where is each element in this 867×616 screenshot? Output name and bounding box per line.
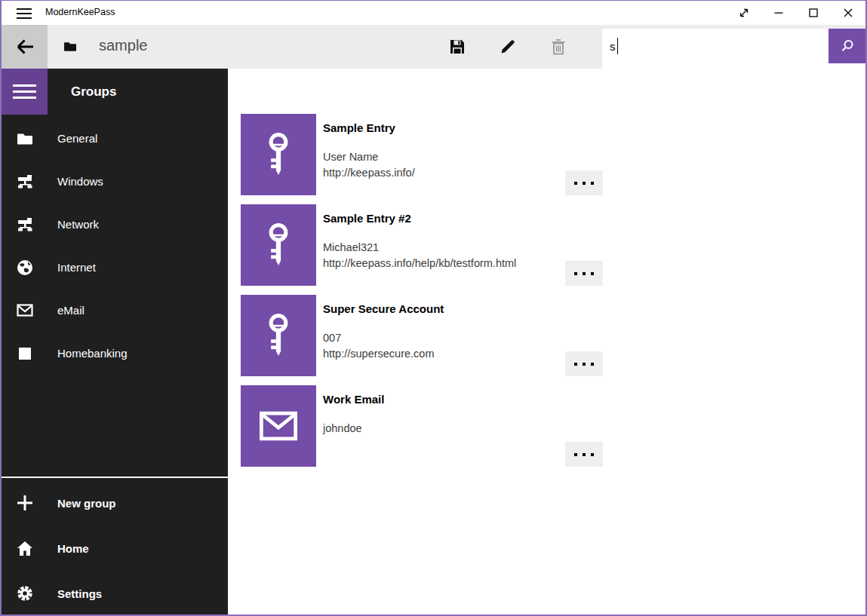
back-button[interactable] <box>2 25 48 69</box>
text-cursor <box>617 38 618 54</box>
entry-details: 007 http://supersecure.com <box>323 330 558 362</box>
close-icon <box>843 8 853 18</box>
sidebar-item-network[interactable]: Network <box>2 203 228 246</box>
maximize-icon <box>808 8 819 18</box>
entry-tile[interactable] <box>241 114 316 195</box>
fullscreen-button[interactable] <box>727 1 761 25</box>
trash-icon <box>551 38 566 55</box>
entry-super-secure-account[interactable]: Super Secure Account 007 http://supersec… <box>241 295 603 376</box>
titlebar: ModernKeePass <box>2 1 865 25</box>
sidebar-separator <box>2 477 228 478</box>
entry-more-button[interactable] <box>565 170 603 195</box>
entry-text: Sample Entry #2 Michael321 http://keepas… <box>323 212 558 271</box>
entry-tile[interactable] <box>241 204 316 286</box>
sidebar-item-general[interactable]: General <box>2 117 228 160</box>
entry-title: Sample Entry #2 <box>323 212 558 225</box>
edit-button[interactable] <box>490 35 526 59</box>
search-icon <box>840 38 855 54</box>
edit-pencil-icon <box>500 38 516 55</box>
mail-icon <box>16 304 34 317</box>
entry-tile[interactable] <box>241 385 316 467</box>
nav-hamburger-button[interactable] <box>2 69 48 115</box>
key-icon <box>263 133 294 176</box>
entry-more-button[interactable] <box>565 351 603 376</box>
globe-icon <box>16 259 34 276</box>
minimize-button[interactable] <box>761 1 796 25</box>
entry-username: 007 <box>323 330 558 346</box>
sidebar-item-windows[interactable]: Windows <box>2 160 228 203</box>
entry-list: Sample Entry User Name http://keepass.in… <box>228 69 865 614</box>
search-input[interactable] <box>602 29 829 63</box>
entry-url: http://keepass.info/ <box>323 165 558 181</box>
sidebar-item-homebanking[interactable]: Homebanking <box>2 332 228 375</box>
sidebar-item-home[interactable]: Home <box>2 526 228 571</box>
save-icon <box>449 38 466 55</box>
sidebar: Groups General <box>2 69 228 614</box>
entry-details: johndoe <box>323 421 558 437</box>
home-icon <box>16 541 34 556</box>
sidebar-item-settings[interactable]: Settings <box>2 571 228 616</box>
key-icon <box>263 314 294 357</box>
entry-more-button[interactable] <box>565 261 603 286</box>
save-button[interactable] <box>439 35 475 59</box>
search-button[interactable] <box>829 29 865 63</box>
database-folder-icon <box>63 41 77 55</box>
titlebar-hamburger-icon[interactable] <box>11 5 37 22</box>
entry-details: User Name http://keepass.info/ <box>323 149 558 181</box>
plus-icon <box>16 495 34 511</box>
entry-more-button[interactable] <box>565 442 603 467</box>
entry-tile[interactable] <box>241 295 316 376</box>
entry-title: Super Secure Account <box>323 302 558 315</box>
entry-sample-entry-2[interactable]: Sample Entry #2 Michael321 http://keepas… <box>241 204 603 286</box>
sidebar-footer: New group Home Settings <box>2 480 228 616</box>
gear-icon <box>16 585 34 602</box>
key-icon <box>263 223 294 267</box>
groups-header: Groups <box>71 69 116 115</box>
database-title: sample <box>99 37 147 54</box>
maximize-button[interactable] <box>796 1 831 25</box>
entry-title: Work Email <box>323 393 558 406</box>
entry-username: Michael321 <box>323 240 558 256</box>
network-icon <box>16 174 34 188</box>
search-box <box>602 29 829 63</box>
window-controls <box>727 1 865 25</box>
app-title: ModernKeePass <box>45 7 115 17</box>
entry-details: Michael321 http://keepass.info/help/kb/t… <box>323 240 558 271</box>
sidebar-item-internet[interactable]: Internet <box>2 246 228 289</box>
entry-title: Sample Entry <box>323 121 558 134</box>
entry-username: User Name <box>323 149 558 165</box>
entry-sample-entry[interactable]: Sample Entry User Name http://keepass.in… <box>241 114 603 195</box>
sidebar-item-email[interactable]: eMail <box>2 289 228 332</box>
network-icon <box>16 217 34 231</box>
fullscreen-icon <box>738 7 750 19</box>
minimize-icon <box>773 8 784 18</box>
envelope-icon <box>259 411 298 441</box>
close-button[interactable] <box>831 1 865 25</box>
group-list: General Windows <box>2 117 228 375</box>
entry-url: http://supersecure.com <box>323 346 558 362</box>
back-arrow-icon <box>14 38 35 56</box>
entry-url: http://keepass.info/help/kb/testform.htm… <box>323 256 558 271</box>
entry-text: Work Email johndoe <box>323 393 558 437</box>
app-window: ModernKeePass <box>0 0 867 616</box>
entry-text: Sample Entry User Name http://keepass.in… <box>323 121 558 181</box>
sidebar-item-new-group[interactable]: New group <box>2 480 228 526</box>
delete-button[interactable] <box>540 35 576 59</box>
folder-icon <box>16 132 34 146</box>
square-icon <box>16 347 34 360</box>
entry-username: johndoe <box>323 421 558 437</box>
entry-text: Super Secure Account 007 http://supersec… <box>323 302 558 362</box>
entry-work-email[interactable]: Work Email johndoe <box>241 385 603 467</box>
